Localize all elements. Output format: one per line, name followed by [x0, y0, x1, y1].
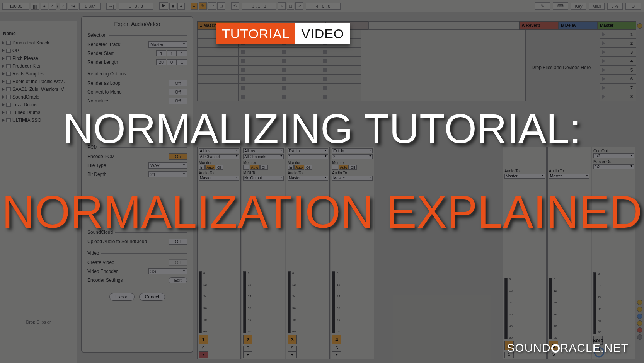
scene-slot[interactable]: 6 [600, 74, 636, 83]
key-map-button[interactable]: Key [571, 3, 586, 10]
stop-button[interactable]: ■ [169, 3, 177, 10]
encode-pcm-toggle[interactable]: On [169, 153, 187, 160]
input-channel-select[interactable]: All Channels [243, 154, 284, 159]
quantize-menu[interactable]: 1 Bar [79, 3, 101, 10]
metronome2-button[interactable]: ○● [68, 3, 78, 10]
output-select[interactable]: No Output [243, 176, 284, 181]
overdub-button[interactable]: + [191, 3, 198, 10]
render-length-field[interactable]: 2801 [156, 59, 187, 65]
output-select[interactable]: Master [332, 176, 373, 181]
input-channel-select[interactable]: 1 [288, 154, 328, 159]
solo-button[interactable]: S [199, 346, 208, 352]
show-returns-icon[interactable] [637, 314, 642, 319]
arm-button[interactable]: ● [243, 352, 252, 358]
browser-item[interactable]: Roots of the Pacific Wav.. [0, 78, 77, 85]
clip-slot[interactable] [320, 74, 361, 83]
arm-button[interactable]: ● [199, 352, 208, 358]
clip-slot[interactable] [279, 74, 320, 83]
input-channel-select[interactable]: All Channels [199, 154, 239, 159]
keyboard-icon[interactable]: ⌨ [553, 2, 568, 10]
export-button[interactable]: Export [109, 293, 135, 301]
clip-slot[interactable] [197, 92, 238, 101]
show-mixer-icon[interactable] [637, 320, 642, 326]
show-sends-icon[interactable] [637, 307, 642, 312]
browser-item[interactable]: Drums that Knock [0, 39, 77, 47]
master-out-select[interactable]: 1/2 [593, 164, 634, 169]
encoder-settings-button[interactable]: Edit [169, 277, 187, 283]
sig-num[interactable]: 4 [49, 3, 56, 10]
monitor-switch[interactable]: InAutoOff [243, 165, 284, 170]
cancel-button[interactable]: Cancel [139, 293, 165, 301]
output-select[interactable]: Master [199, 176, 239, 181]
browser-item[interactable]: SoundOracle [0, 93, 77, 101]
show-crossfade-icon[interactable] [637, 334, 642, 340]
loop-toggle[interactable]: □ [287, 3, 294, 10]
scene-slot[interactable]: 3 [600, 48, 636, 56]
record-button[interactable]: ● [177, 3, 185, 10]
monitor-switch[interactable]: InAutoOff [288, 165, 328, 170]
tempo-field[interactable]: 120.00 [2, 3, 29, 10]
clip-slot[interactable] [279, 56, 320, 65]
midi-map-button[interactable]: MIDI [589, 3, 605, 10]
draw-mode-button[interactable]: ✎ [535, 2, 550, 10]
master-track-header[interactable]: Master [597, 21, 636, 30]
cue-out-select[interactable]: 1/2 [593, 153, 634, 158]
clip-slot[interactable] [238, 65, 279, 74]
output-select[interactable]: Master [549, 174, 589, 179]
clip-slot[interactable] [197, 65, 238, 74]
clip-slot[interactable] [197, 56, 238, 65]
clip-slot[interactable] [320, 65, 361, 74]
browser-item[interactable]: SAA01_Zulu_Warriors_V [0, 85, 77, 93]
output-select[interactable]: Master [504, 174, 545, 179]
solo-button[interactable]: S [332, 346, 341, 352]
normalize-toggle[interactable]: Off [169, 98, 187, 104]
arrangement-pos[interactable]: 3 . 1 . 1 [242, 3, 276, 10]
create-video-toggle[interactable]: Off [169, 259, 187, 266]
tap-button[interactable]: |||| [31, 3, 39, 10]
clip-slot[interactable] [238, 56, 279, 65]
metronome-button[interactable]: ● [41, 3, 48, 10]
video-encoder-select[interactable]: 3G [148, 268, 187, 274]
punch-in-button[interactable]: ↘ [278, 2, 286, 10]
browser-item[interactable]: Reals Samples [0, 70, 77, 78]
scene-slot[interactable]: 8 [600, 92, 636, 101]
play-button[interactable] [159, 2, 168, 10]
automation-arm-button[interactable]: ✎ [199, 2, 207, 10]
clip-slot[interactable] [238, 83, 279, 92]
position-display[interactable]: 1 . 3 . 3 [119, 3, 153, 10]
clip-slot[interactable] [238, 74, 279, 83]
browser-item[interactable]: OP-1 [0, 47, 77, 55]
io-selector-icon[interactable] [637, 23, 642, 29]
output-select[interactable]: Master [288, 176, 328, 181]
follow-button[interactable]: →| [106, 3, 116, 10]
clip-slot[interactable] [197, 74, 238, 83]
track-activator[interactable]: 1 [199, 335, 208, 344]
file-type-select[interactable]: WAV [148, 162, 187, 169]
reautomation-button[interactable]: ↩ [208, 2, 216, 10]
clip-slot[interactable] [197, 48, 238, 56]
solo-button[interactable]: S [243, 346, 252, 352]
sig-den[interactable]: 4 [60, 3, 67, 10]
input-channel-select[interactable]: 2 [332, 154, 373, 159]
loop-length[interactable]: 4 . 0 . 0 [306, 3, 341, 10]
loop-button[interactable]: ⟲ [231, 2, 239, 10]
clip-slot[interactable] [320, 48, 361, 56]
arm-button[interactable]: ● [288, 352, 297, 358]
browser-item[interactable]: Producer Kits [0, 62, 77, 70]
clip-slot[interactable] [320, 83, 361, 92]
return-track-header[interactable]: A Reverb [519, 21, 558, 30]
arm-button[interactable]: ● [332, 352, 341, 358]
track-activator[interactable]: 4 [332, 335, 341, 344]
track-activator[interactable]: 2 [243, 335, 252, 344]
clip-slot[interactable] [279, 92, 320, 101]
return-track-header[interactable]: B Delay [558, 21, 597, 30]
scene-slot[interactable]: 1 [600, 30, 636, 39]
scene-slot[interactable]: 4 [600, 56, 636, 65]
clip-slot[interactable] [279, 48, 320, 56]
scene-slot[interactable]: 7 [600, 83, 636, 92]
upload-soundcloud-toggle[interactable]: Off [169, 239, 187, 245]
clip-slot[interactable] [320, 56, 361, 65]
show-io-icon[interactable] [637, 300, 642, 305]
track-activator[interactable]: 3 [288, 335, 297, 344]
capture-button[interactable]: ⊡ [217, 2, 225, 10]
